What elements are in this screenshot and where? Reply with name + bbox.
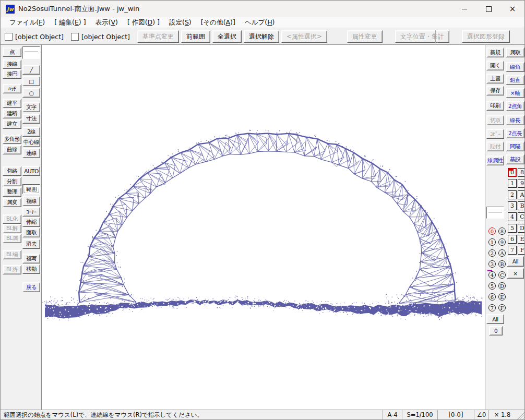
- close-button[interactable]: ×: [500, 1, 524, 17]
- left-col2-7-連線[interactable]: 連線: [22, 148, 40, 158]
- layer-D[interactable]: D: [497, 281, 507, 291]
- menu-item-6[interactable]: ヘルプ(H): [240, 17, 280, 28]
- right-linestyle-preview[interactable]: [486, 207, 504, 219]
- layer-4[interactable]: 4: [487, 270, 497, 280]
- left-col1-5-建断[interactable]: 建断: [3, 109, 21, 118]
- layer-A[interactable]: A: [497, 248, 507, 258]
- layer-group-B[interactable]: B: [518, 201, 525, 210]
- left-col2-0-╱[interactable]: ╱: [22, 65, 40, 75]
- layer-B[interactable]: B: [497, 259, 507, 269]
- layer-9[interactable]: 9: [497, 237, 507, 247]
- layer-group-close-button[interactable]: ×: [507, 268, 524, 279]
- layer-6[interactable]: 6: [487, 292, 497, 302]
- layer-group-2[interactable]: 2: [508, 190, 517, 199]
- left-col1-8-曲線[interactable]: 曲線: [3, 145, 21, 154]
- right-col1-3-保存[interactable]: 保存: [486, 86, 504, 95]
- layer-group-0[interactable]: 0: [508, 168, 517, 177]
- left-col2-3-文字[interactable]: 文字: [22, 102, 40, 112]
- left-col1-2-接円[interactable]: 接円: [3, 69, 21, 79]
- right-col1-1-開く[interactable]: 開く: [486, 61, 504, 70]
- layer-group-5[interactable]: 5: [508, 224, 517, 233]
- right-col2-4-2点角[interactable]: 2点角: [506, 101, 524, 111]
- layer-E[interactable]: E: [497, 292, 507, 302]
- left-col2-1-□[interactable]: □: [22, 76, 40, 86]
- layer-group-7[interactable]: 7: [508, 246, 517, 255]
- right-col2-3-×軸[interactable]: ×軸: [506, 88, 524, 98]
- left-col1-3-ﾊｯﾁ[interactable]: ﾊｯﾁ: [3, 84, 21, 93]
- left-col2-17-戻る[interactable]: 戻る: [22, 282, 40, 292]
- menu-item-3[interactable]: [ 作図(D) ]: [123, 17, 164, 28]
- layer-C[interactable]: C: [497, 270, 507, 280]
- layer-group-all-button[interactable]: All: [507, 256, 524, 267]
- left-linestyle-preview[interactable]: [22, 46, 40, 59]
- left-col1-9-包絡[interactable]: 包絡: [3, 166, 21, 176]
- left-col1-11-整理[interactable]: 整理: [3, 187, 21, 197]
- resize-grip[interactable]: [516, 410, 524, 419]
- layer-group-6[interactable]: 6: [508, 235, 517, 244]
- left-col1-4-建平[interactable]: 建平: [3, 99, 21, 108]
- left-col2-5-2線[interactable]: 2線: [22, 127, 40, 137]
- current-group-button[interactable]: 0: [489, 326, 503, 335]
- toolbar-button-3[interactable]: 選択解除: [244, 30, 279, 43]
- maximize-button[interactable]: [476, 1, 500, 17]
- left-col1-6-建立[interactable]: 建立: [3, 119, 21, 129]
- left-col1-7-多角形[interactable]: 多角形: [3, 135, 21, 144]
- layer-group-C[interactable]: C: [518, 212, 525, 221]
- right-col2-0-属取[interactable]: 属取: [506, 47, 524, 57]
- layer-3[interactable]: 3: [487, 259, 497, 269]
- left-col1-10-分割[interactable]: 分割: [3, 177, 21, 186]
- left-col1-1-接線[interactable]: 接線: [3, 59, 21, 69]
- layer-F[interactable]: F: [497, 303, 507, 313]
- angle-button[interactable]: ∠0: [474, 410, 488, 419]
- toolbar-button-1[interactable]: 前範囲: [181, 30, 210, 43]
- layer-group-8[interactable]: 8: [518, 168, 525, 177]
- right-col2-6-2点長[interactable]: 2点長: [506, 128, 524, 138]
- left-col2-12-伸縮[interactable]: 伸縮: [22, 217, 40, 227]
- right-col1-4-印刷[interactable]: 印刷: [486, 101, 504, 111]
- left-col2-11-ｺｰﾅｰ[interactable]: ｺｰﾅｰ: [22, 207, 40, 217]
- menu-item-5[interactable]: [その他(A)]: [196, 17, 240, 28]
- left-col2-6-中心線[interactable]: 中心線: [22, 137, 40, 147]
- right-col2-7-間隔[interactable]: 間隔: [506, 141, 524, 151]
- left-col2-10-複線[interactable]: 複線: [22, 196, 40, 206]
- layer-8[interactable]: 8: [497, 226, 507, 236]
- layer-group-A[interactable]: A: [518, 190, 525, 199]
- left-col1-0-点[interactable]: 点: [3, 47, 21, 57]
- left-col2-2-○[interactable]: ○: [22, 88, 40, 98]
- layer-all-button[interactable]: All: [486, 314, 504, 324]
- left-col1-12-属変[interactable]: 属変: [3, 198, 21, 207]
- menu-item-2[interactable]: 表示(V): [91, 17, 123, 28]
- left-col2-16-移動[interactable]: 移動: [22, 264, 40, 274]
- scale-button[interactable]: S=1/100: [402, 410, 437, 419]
- left-col2-14-消去[interactable]: 消去: [22, 239, 40, 249]
- left-col2-4-寸法[interactable]: 寸法: [22, 114, 40, 124]
- layer-group-1[interactable]: 1: [508, 179, 517, 188]
- paper-size-button[interactable]: A-4: [383, 410, 402, 419]
- checkbox-clip-selection[interactable]: [object Object]: [5, 33, 64, 41]
- checkbox-outside-selection[interactable]: [object Object]: [71, 33, 130, 41]
- layer-group-9[interactable]: 9: [518, 179, 525, 188]
- zoom-button[interactable]: × 1.8: [488, 410, 516, 419]
- layer-group-button[interactable]: [0-0]: [437, 410, 474, 419]
- menu-item-4[interactable]: 設定(S): [164, 17, 196, 28]
- drawing-canvas[interactable]: [42, 45, 485, 411]
- left-col2-9-範囲[interactable]: 範囲: [22, 184, 40, 194]
- layer-1[interactable]: 1: [487, 237, 497, 247]
- right-col2-8-基設[interactable]: 基設: [506, 154, 524, 164]
- layer-group-F[interactable]: F: [518, 246, 525, 255]
- right-col1-0-新規[interactable]: 新規: [486, 47, 504, 57]
- layer-7[interactable]: 7: [487, 303, 497, 313]
- layer-group-E[interactable]: E: [518, 235, 525, 244]
- toolbar-button-2[interactable]: 全選択: [212, 30, 242, 43]
- menu-item-1[interactable]: [ 編集(E) ]: [50, 17, 90, 28]
- right-col2-5-線長[interactable]: 線長: [506, 115, 524, 125]
- minimize-button[interactable]: [452, 1, 476, 17]
- layer-5[interactable]: 5: [487, 281, 497, 291]
- left-col2-13-面取[interactable]: 面取: [22, 227, 40, 237]
- menu-item-0[interactable]: ファイル(F): [5, 17, 50, 28]
- right-col2-1-線角[interactable]: 線角: [506, 62, 524, 72]
- right-col1-8-線属性[interactable]: 線属性: [486, 155, 504, 165]
- layer-group-D[interactable]: D: [518, 224, 525, 233]
- layer-0[interactable]: 0: [487, 226, 497, 236]
- layer-group-3[interactable]: 3: [508, 201, 517, 210]
